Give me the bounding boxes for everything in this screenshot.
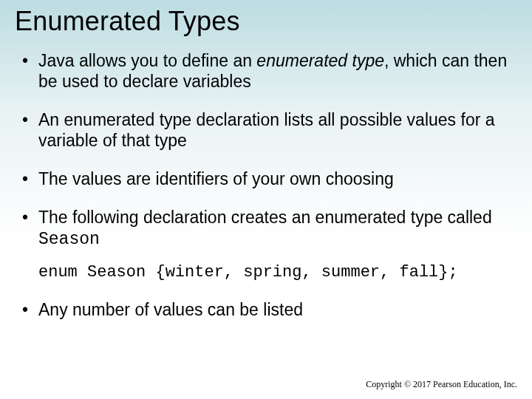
bullet-list: Java allows you to define an enumerated …: [15, 50, 517, 250]
slide: Enumerated Types Java allows you to defi…: [0, 0, 532, 399]
bullet-item-1: Java allows you to define an enumerated …: [19, 50, 517, 92]
bullet-1-text-a: Java allows you to define an: [38, 51, 256, 70]
bullet-list-2: Any number of values can be listed: [15, 299, 517, 320]
bullet-item-5: Any number of values can be listed: [19, 299, 517, 320]
bullet-item-4: The following declaration creates an enu…: [19, 207, 517, 250]
bullet-4-code: Season: [38, 230, 100, 249]
bullet-1-emphasis: enumerated type: [256, 51, 384, 70]
bullet-4-text-a: The following declaration creates an enu…: [38, 208, 492, 227]
slide-title: Enumerated Types: [15, 6, 517, 37]
bullet-item-3: The values are identifiers of your own c…: [19, 168, 517, 189]
bullet-item-2: An enumerated type declaration lists all…: [19, 109, 517, 151]
code-line: enum Season {winter, spring, summer, fal…: [38, 263, 517, 282]
copyright-text: Copyright © 2017 Pearson Education, Inc.: [366, 379, 517, 390]
